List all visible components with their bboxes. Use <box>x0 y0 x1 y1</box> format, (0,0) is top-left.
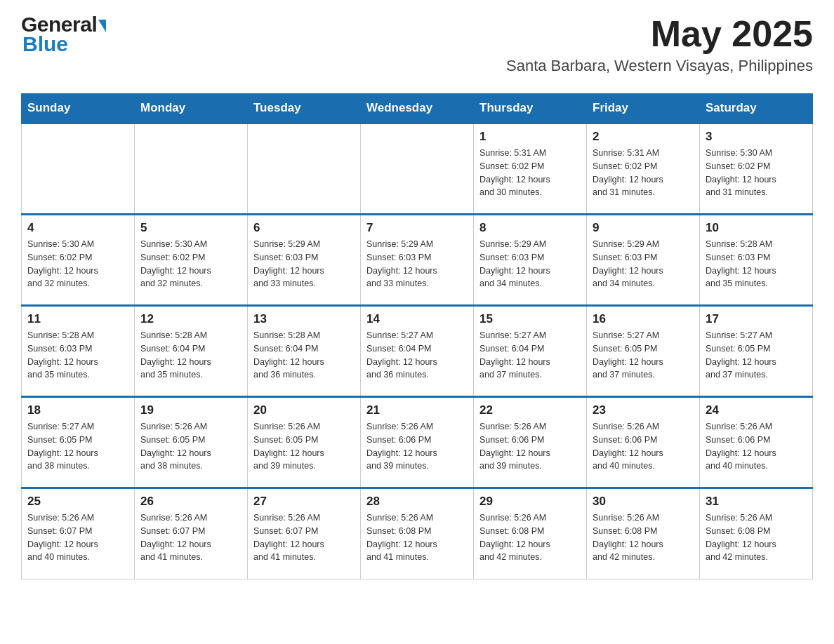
day-number: 5 <box>140 221 241 235</box>
day-number: 29 <box>479 495 581 509</box>
table-row: 29Sunrise: 5:26 AM Sunset: 6:08 PM Dayli… <box>474 488 587 579</box>
day-info: Sunrise: 5:28 AM Sunset: 6:03 PM Dayligh… <box>706 238 807 290</box>
day-number: 4 <box>27 221 128 235</box>
day-info: Sunrise: 5:29 AM Sunset: 6:03 PM Dayligh… <box>479 238 581 290</box>
logo-arrow-icon <box>98 20 106 32</box>
col-tuesday: Tuesday <box>248 94 361 123</box>
table-row: 23Sunrise: 5:26 AM Sunset: 6:06 PM Dayli… <box>587 397 700 488</box>
table-row <box>135 123 248 215</box>
title-area: May 2025 Santa Barbara, Western Visayas,… <box>506 14 813 86</box>
day-number: 16 <box>593 312 694 326</box>
table-row: 4Sunrise: 5:30 AM Sunset: 6:02 PM Daylig… <box>22 215 135 306</box>
day-info: Sunrise: 5:27 AM Sunset: 6:04 PM Dayligh… <box>366 329 468 382</box>
day-info: Sunrise: 5:26 AM Sunset: 6:07 PM Dayligh… <box>253 511 355 564</box>
table-row: 9Sunrise: 5:29 AM Sunset: 6:03 PM Daylig… <box>587 215 700 306</box>
day-number: 25 <box>27 495 128 509</box>
day-number: 13 <box>253 312 355 326</box>
table-row: 26Sunrise: 5:26 AM Sunset: 6:07 PM Dayli… <box>135 488 248 579</box>
table-row: 30Sunrise: 5:26 AM Sunset: 6:08 PM Dayli… <box>587 488 700 579</box>
day-number: 24 <box>706 403 807 417</box>
calendar-week-row: 18Sunrise: 5:27 AM Sunset: 6:05 PM Dayli… <box>22 397 813 488</box>
day-info: Sunrise: 5:26 AM Sunset: 6:05 PM Dayligh… <box>253 420 355 473</box>
table-row: 20Sunrise: 5:26 AM Sunset: 6:05 PM Dayli… <box>248 397 361 488</box>
day-info: Sunrise: 5:30 AM Sunset: 6:02 PM Dayligh… <box>706 147 807 199</box>
table-row: 6Sunrise: 5:29 AM Sunset: 6:03 PM Daylig… <box>248 215 361 306</box>
day-info: Sunrise: 5:28 AM Sunset: 6:03 PM Dayligh… <box>27 329 128 382</box>
calendar-week-row: 11Sunrise: 5:28 AM Sunset: 6:03 PM Dayli… <box>22 306 813 397</box>
table-row: 1Sunrise: 5:31 AM Sunset: 6:02 PM Daylig… <box>474 123 587 215</box>
logo: General Blue <box>21 14 106 55</box>
day-info: Sunrise: 5:26 AM Sunset: 6:07 PM Dayligh… <box>140 511 241 564</box>
day-info: Sunrise: 5:26 AM Sunset: 6:07 PM Dayligh… <box>27 511 128 564</box>
day-number: 12 <box>140 312 241 326</box>
day-info: Sunrise: 5:26 AM Sunset: 6:08 PM Dayligh… <box>479 511 581 564</box>
day-info: Sunrise: 5:26 AM Sunset: 6:08 PM Dayligh… <box>366 511 468 564</box>
table-row: 10Sunrise: 5:28 AM Sunset: 6:03 PM Dayli… <box>700 215 813 306</box>
table-row: 15Sunrise: 5:27 AM Sunset: 6:04 PM Dayli… <box>474 306 587 397</box>
table-row: 7Sunrise: 5:29 AM Sunset: 6:03 PM Daylig… <box>361 215 474 306</box>
day-info: Sunrise: 5:31 AM Sunset: 6:02 PM Dayligh… <box>479 147 581 199</box>
col-monday: Monday <box>135 94 248 123</box>
day-number: 17 <box>706 312 807 326</box>
day-info: Sunrise: 5:26 AM Sunset: 6:05 PM Dayligh… <box>140 420 241 473</box>
table-row: 25Sunrise: 5:26 AM Sunset: 6:07 PM Dayli… <box>22 488 135 579</box>
day-number: 2 <box>593 130 694 144</box>
day-number: 11 <box>27 312 128 326</box>
table-row: 11Sunrise: 5:28 AM Sunset: 6:03 PM Dayli… <box>22 306 135 397</box>
day-info: Sunrise: 5:26 AM Sunset: 6:08 PM Dayligh… <box>706 511 807 564</box>
calendar-week-row: 4Sunrise: 5:30 AM Sunset: 6:02 PM Daylig… <box>22 215 813 306</box>
col-saturday: Saturday <box>700 94 813 123</box>
calendar-header-row: Sunday Monday Tuesday Wednesday Thursday… <box>22 94 813 123</box>
table-row: 8Sunrise: 5:29 AM Sunset: 6:03 PM Daylig… <box>474 215 587 306</box>
table-row: 22Sunrise: 5:26 AM Sunset: 6:06 PM Dayli… <box>474 397 587 488</box>
day-number: 6 <box>253 221 355 235</box>
calendar-week-row: 1Sunrise: 5:31 AM Sunset: 6:02 PM Daylig… <box>22 123 813 215</box>
table-row: 18Sunrise: 5:27 AM Sunset: 6:05 PM Dayli… <box>22 397 135 488</box>
day-number: 21 <box>366 403 468 417</box>
day-number: 22 <box>479 403 581 417</box>
table-row: 13Sunrise: 5:28 AM Sunset: 6:04 PM Dayli… <box>248 306 361 397</box>
table-row: 14Sunrise: 5:27 AM Sunset: 6:04 PM Dayli… <box>361 306 474 397</box>
day-number: 31 <box>706 495 807 509</box>
day-number: 18 <box>27 403 128 417</box>
day-number: 8 <box>479 221 581 235</box>
day-number: 10 <box>706 221 807 235</box>
day-number: 15 <box>479 312 581 326</box>
day-number: 3 <box>706 130 807 144</box>
table-row: 12Sunrise: 5:28 AM Sunset: 6:04 PM Dayli… <box>135 306 248 397</box>
day-info: Sunrise: 5:26 AM Sunset: 6:06 PM Dayligh… <box>479 420 581 473</box>
day-info: Sunrise: 5:30 AM Sunset: 6:02 PM Dayligh… <box>140 238 241 290</box>
day-number: 30 <box>593 495 694 509</box>
day-info: Sunrise: 5:29 AM Sunset: 6:03 PM Dayligh… <box>593 238 694 290</box>
col-thursday: Thursday <box>474 94 587 123</box>
location-subtitle: Santa Barbara, Western Visayas, Philippi… <box>506 57 813 75</box>
table-row: 19Sunrise: 5:26 AM Sunset: 6:05 PM Dayli… <box>135 397 248 488</box>
day-info: Sunrise: 5:27 AM Sunset: 6:05 PM Dayligh… <box>593 329 694 382</box>
table-row: 27Sunrise: 5:26 AM Sunset: 6:07 PM Dayli… <box>248 488 361 579</box>
day-info: Sunrise: 5:26 AM Sunset: 6:06 PM Dayligh… <box>706 420 807 473</box>
day-number: 19 <box>140 403 241 417</box>
day-number: 1 <box>479 130 581 144</box>
day-number: 9 <box>593 221 694 235</box>
table-row: 3Sunrise: 5:30 AM Sunset: 6:02 PM Daylig… <box>700 123 813 215</box>
logo-blue-text: Blue <box>21 34 68 55</box>
table-row: 17Sunrise: 5:27 AM Sunset: 6:05 PM Dayli… <box>700 306 813 397</box>
table-row: 5Sunrise: 5:30 AM Sunset: 6:02 PM Daylig… <box>135 215 248 306</box>
day-number: 7 <box>366 221 468 235</box>
month-year-title: May 2025 <box>506 14 813 54</box>
table-row: 28Sunrise: 5:26 AM Sunset: 6:08 PM Dayli… <box>361 488 474 579</box>
day-info: Sunrise: 5:30 AM Sunset: 6:02 PM Dayligh… <box>27 238 128 290</box>
calendar-table: Sunday Monday Tuesday Wednesday Thursday… <box>21 93 813 579</box>
day-number: 26 <box>140 495 241 509</box>
day-info: Sunrise: 5:29 AM Sunset: 6:03 PM Dayligh… <box>366 238 468 290</box>
day-number: 14 <box>366 312 468 326</box>
day-number: 27 <box>253 495 355 509</box>
day-info: Sunrise: 5:26 AM Sunset: 6:06 PM Dayligh… <box>593 420 694 473</box>
col-friday: Friday <box>587 94 700 123</box>
table-row <box>248 123 361 215</box>
table-row: 31Sunrise: 5:26 AM Sunset: 6:08 PM Dayli… <box>700 488 813 579</box>
table-row <box>361 123 474 215</box>
day-info: Sunrise: 5:28 AM Sunset: 6:04 PM Dayligh… <box>140 329 241 382</box>
day-info: Sunrise: 5:29 AM Sunset: 6:03 PM Dayligh… <box>253 238 355 290</box>
page-header: General Blue May 2025 Santa Barbara, Wes… <box>21 14 813 86</box>
